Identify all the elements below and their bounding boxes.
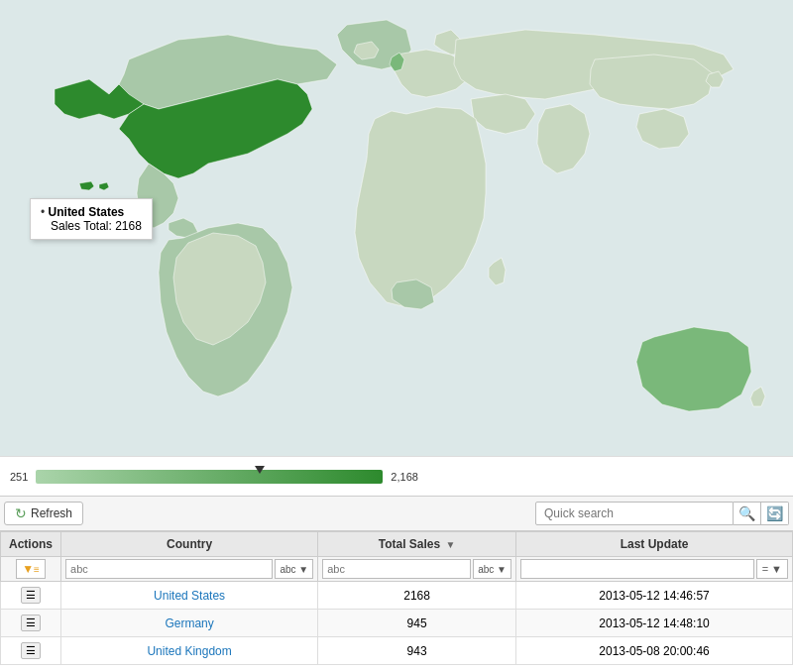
filter-sales-input[interactable] (322, 559, 471, 579)
row-action-button[interactable]: ☰ (21, 615, 41, 631)
col-header-update[interactable]: Last Update (516, 532, 793, 557)
filter-sales-cell: abc ▼ (318, 557, 516, 582)
table-row: ☰ United States 2168 2013-05-12 14:46:57 (1, 582, 793, 610)
col-header-actions: Actions (1, 532, 61, 557)
toolbar: ↻ Refresh 🔍 🔄 (0, 496, 793, 531)
table-row: ☰ Germany 945 2013-05-12 14:48:10 (1, 610, 793, 637)
country-link[interactable]: United Kingdom (147, 644, 231, 658)
sort-arrow-sales: ▼ (446, 539, 456, 550)
world-map: United States Sales Total: 2168 (0, 0, 793, 456)
scale-min: 251 (10, 471, 28, 483)
scale-marker (255, 466, 265, 474)
row-country-cell: United States (61, 582, 318, 610)
filter-funnel-button[interactable]: ▼≡ (16, 559, 46, 579)
row-sales-cell: 945 (318, 610, 516, 637)
row-action-button[interactable]: ☰ (21, 642, 41, 659)
filter-update-input[interactable] (520, 559, 754, 579)
scale-bar (36, 470, 383, 484)
filter-update-cell: = ▼ (516, 557, 793, 582)
col-header-sales[interactable]: Total Sales ▼ (318, 532, 516, 557)
row-sales-cell: 943 (318, 637, 516, 665)
search-icon: 🔍 (738, 505, 755, 521)
row-action-button[interactable]: ☰ (21, 587, 41, 604)
col-header-country[interactable]: Country (61, 532, 318, 557)
table-filter-row: ▼≡ abc ▼ abc ▼ = ▼ (1, 557, 793, 582)
tooltip-country: United States (49, 205, 125, 219)
filter-actions-cell: ▼≡ (1, 557, 61, 582)
row-country-cell: United Kingdom (61, 637, 318, 665)
row-update-cell: 2013-05-12 14:48:10 (516, 610, 793, 637)
scale-max: 2,168 (391, 471, 418, 483)
scale-bar-wrapper (36, 470, 383, 484)
row-actions-cell: ☰ (1, 637, 61, 665)
scale-bar-container: 251 2,168 (0, 456, 793, 496)
refresh-label: Refresh (31, 506, 72, 520)
table-body: ☰ United States 2168 2013-05-12 14:46:57… (1, 582, 793, 665)
quick-search-input[interactable] (535, 502, 734, 525)
row-action-icon: ☰ (26, 616, 36, 628)
data-table: Actions Country Total Sales ▼ Last Updat… (0, 531, 793, 665)
map-tooltip: United States Sales Total: 2168 (30, 198, 153, 240)
row-action-icon: ☰ (26, 644, 36, 656)
search-reset-icon: 🔄 (766, 505, 783, 521)
row-actions-cell: ☰ (1, 582, 61, 610)
table-header-row: Actions Country Total Sales ▼ Last Updat… (1, 532, 793, 557)
filter-country-cell: abc ▼ (61, 557, 318, 582)
filter-country-type-button[interactable]: abc ▼ (275, 559, 313, 579)
country-link[interactable]: Germany (165, 616, 213, 630)
tooltip-sales-label: Sales Total: 2168 (51, 219, 142, 233)
country-link[interactable]: United States (154, 589, 225, 603)
refresh-icon: ↻ (15, 505, 27, 521)
row-update-cell: 2013-05-08 20:00:46 (516, 637, 793, 665)
refresh-button[interactable]: ↻ Refresh (4, 502, 83, 525)
table-row: ☰ United Kingdom 943 2013-05-08 20:00:46 (1, 637, 793, 665)
row-country-cell: Germany (61, 610, 318, 637)
row-sales-cell: 2168 (318, 582, 516, 610)
filter-update-eq-button[interactable]: = ▼ (756, 559, 788, 579)
filter-sales-type-button[interactable]: abc ▼ (473, 559, 511, 579)
row-actions-cell: ☰ (1, 610, 61, 637)
row-action-icon: ☰ (26, 589, 36, 601)
row-update-cell: 2013-05-12 14:46:57 (516, 582, 793, 610)
search-reset-button[interactable]: 🔄 (761, 502, 789, 525)
search-button[interactable]: 🔍 (734, 502, 761, 525)
filter-country-input[interactable] (65, 559, 273, 579)
